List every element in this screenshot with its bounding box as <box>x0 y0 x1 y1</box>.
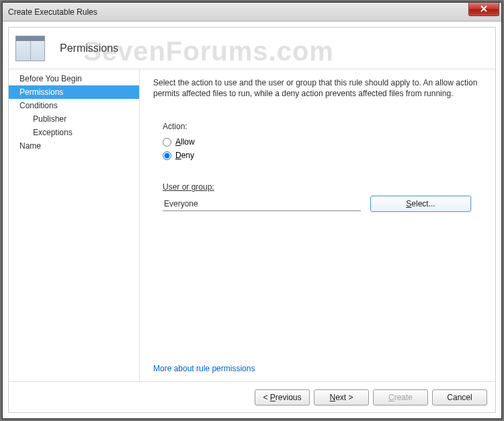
titlebar: Create Executable Rules <box>3 3 501 22</box>
select-button[interactable]: Select... <box>370 196 471 212</box>
radio-deny-label: Deny <box>175 151 194 160</box>
close-button[interactable] <box>468 3 499 16</box>
wizard-inner: Permissions SevenForums.com Before You B… <box>8 27 496 413</box>
sidebar: Before You Begin Permissions Conditions … <box>9 69 140 381</box>
help-link[interactable]: More about rule permissions <box>153 364 482 373</box>
description-text: Select the action to use and the user or… <box>153 77 482 99</box>
radio-allow[interactable] <box>163 138 171 147</box>
content-panel: Select the action to use and the user or… <box>140 69 495 381</box>
create-button: Create <box>373 389 428 406</box>
cancel-button[interactable]: Cancel <box>432 389 487 406</box>
sidebar-item-conditions[interactable]: Conditions <box>9 99 139 112</box>
sidebar-item-before-you-begin[interactable]: Before You Begin <box>9 72 139 85</box>
radio-allow-row[interactable]: Allow <box>163 137 482 147</box>
user-group-input[interactable] <box>163 197 361 211</box>
next-button[interactable]: Next > <box>314 389 369 406</box>
window-title: Create Executable Rules <box>3 7 468 17</box>
radio-deny[interactable] <box>163 151 171 160</box>
user-group-label: User or group: <box>163 182 482 192</box>
page-title: Permissions <box>60 42 118 54</box>
wizard-body: Before You Begin Permissions Conditions … <box>9 69 495 381</box>
radio-allow-label: Allow <box>175 137 195 147</box>
user-group-row: Select... <box>163 196 482 212</box>
wizard-footer: < Previous Next > Create Cancel <box>9 381 495 412</box>
permissions-icon <box>15 36 45 61</box>
previous-button[interactable]: < Previous <box>255 389 310 406</box>
sidebar-item-name[interactable]: Name <box>9 139 139 153</box>
radio-deny-row[interactable]: Deny <box>163 151 482 160</box>
sidebar-item-publisher[interactable]: Publisher <box>9 112 139 126</box>
sidebar-item-permissions[interactable]: Permissions <box>9 85 139 99</box>
close-icon <box>480 5 488 12</box>
action-label: Action: <box>163 122 482 131</box>
sidebar-item-exceptions[interactable]: Exceptions <box>9 126 139 139</box>
wizard-header: Permissions <box>9 28 495 69</box>
wizard-window: Create Executable Rules Permissions Seve… <box>2 2 502 419</box>
